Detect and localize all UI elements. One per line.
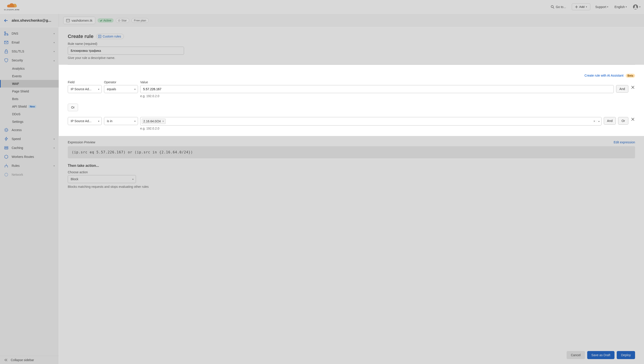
email-icon [4,40,9,45]
sidebar-item-analytics[interactable]: Analytics [12,65,59,72]
expression-preview-title: Expression Preview [68,140,95,144]
value-hint: e.g. 192.0.2.0 [140,94,614,98]
svg-marker-16 [5,137,8,141]
field-select[interactable]: IP Source Ad... [68,85,102,93]
dns-icon [4,31,9,36]
action-label: Choose action [68,170,635,174]
add-button[interactable]: Add ▾ [572,3,590,10]
svg-rect-18 [5,148,8,149]
user-menu[interactable]: ▾ [630,4,640,10]
remove-row-button[interactable] [630,85,635,90]
sidebar-item-network[interactable]: Network [0,170,59,179]
star-label: Star [121,19,127,22]
clear-all-icon[interactable]: ✕ [593,120,595,123]
sidebar-item-workers[interactable]: Workers Routes [0,152,59,161]
sidebar-item-bots[interactable]: Bots [12,95,59,103]
operator-select[interactable]: is in [104,117,138,125]
sidebar-label: Security [12,58,50,62]
action-section-title: Then take action... [68,164,635,168]
sidebar-label: Analytics [12,67,25,70]
sidebar-item-rules[interactable]: Rules ▾ [0,161,59,170]
chevron-down-icon: ▾ [54,164,55,167]
ai-assistant-link[interactable]: Create rule with AI Assistant [584,74,623,77]
page-title: Create rule [68,34,93,39]
chevron-down-icon: ▾ [54,147,55,149]
action-select[interactable]: Block [68,175,136,183]
sidebar-label: Bots [12,97,18,101]
svg-point-14 [5,129,7,131]
edit-expression-link[interactable]: Edit expression [613,140,635,144]
save-draft-button[interactable]: Save as Draft [587,351,615,359]
new-badge: New [28,105,36,108]
or-button[interactable]: Or [618,117,628,124]
sidebar-label: Events [12,74,22,78]
collapse-label: Collapse sidebar [11,358,34,362]
sidebar-item-api-shield[interactable]: API ShieldNew [12,103,59,110]
list-icon [98,35,101,38]
header-operator: Operator [104,80,138,85]
svg-rect-8 [7,34,8,35]
breadcrumb-chip[interactable]: Custom rules [96,34,124,39]
value-multiselect[interactable]: 2.16.64.0/24 ✕ ✕ ▾ [140,117,601,126]
sidebar-label: Caching [12,146,50,150]
cloudflare-logo[interactable]: CLOUDFLARE [4,3,20,11]
add-label: Add [579,5,584,8]
star-button[interactable]: Star [116,18,129,23]
beta-badge: Beta [626,74,635,78]
caret-down-icon: ▾ [626,6,627,8]
and-button[interactable]: And [616,85,628,93]
sidebar-label: Email [12,41,50,44]
expression-preview-code: (ip.src eq 5.57.226.167) or (ip.src in {… [68,146,635,158]
sidebar-item-ssl[interactable]: SSL/TLS ▾ [0,47,59,56]
support-link[interactable]: Support ▾ [592,5,611,9]
value-input[interactable] [140,85,614,93]
cancel-button[interactable]: Cancel [567,351,585,359]
sidebar-label: Page Shield [12,90,29,93]
caching-icon [4,146,9,150]
back-button[interactable] [3,18,10,24]
deploy-button[interactable]: Deploy [617,351,635,359]
sidebar-label: Network [12,173,55,176]
rule-name-hint: Give your rule a descriptive name. [68,56,635,60]
value-chip: 2.16.64.0/24 ✕ [142,118,166,124]
sidebar-label: DNS [12,32,50,35]
status-label: Active [103,19,111,22]
language-select[interactable]: English ▾ [611,5,630,9]
collapse-sidebar-button[interactable]: Collapse sidebar [0,356,59,364]
avatar-icon [633,4,638,10]
and-button[interactable]: And [604,117,616,124]
sidebar-item-speed[interactable]: Speed ▾ [0,134,59,143]
check-icon [100,19,102,22]
close-icon [631,86,634,89]
field-select[interactable]: IP Source Ad... [68,117,102,125]
sidebar-label: Settings [12,120,24,124]
or-button[interactable]: Or [68,104,78,111]
goto-search[interactable]: Go to... [549,4,568,10]
sidebar-item-security[interactable]: Security ▴ [0,56,59,65]
caret-down-icon[interactable]: ▾ [597,120,599,122]
breadcrumb-label: Custom rules [103,34,121,38]
sidebar-item-page-shield[interactable]: Page Shield [12,88,59,95]
sidebar-label: Speed [12,137,50,141]
language-label: English [614,5,625,9]
sidebar-item-settings[interactable]: Settings [12,118,59,126]
sidebar-item-waf[interactable]: WAF [0,80,59,88]
chip-remove-icon[interactable]: ✕ [162,120,164,123]
sidebar-item-dns[interactable]: DNS ▾ [0,29,59,38]
sidebar-item-access[interactable]: Access [0,126,59,134]
sidebar-item-events[interactable]: Events [12,72,59,80]
sidebar-item-ddos[interactable]: DDoS [12,110,59,118]
remove-row-button[interactable] [630,117,635,122]
rule-name-input[interactable] [68,47,184,55]
chip-label: 2.16.64.0/24 [143,120,161,123]
sidebar-item-caching[interactable]: Caching ▾ [0,143,59,152]
chevron-down-icon: ▾ [54,50,55,53]
account-email[interactable]: alex.shevchenko@g... [12,18,56,23]
zone-selector[interactable]: vashdomen.tk [63,17,95,24]
status-badge: Active [98,18,113,22]
browser-icon [66,19,70,22]
close-icon [631,118,634,121]
operator-select[interactable]: equals [104,85,138,93]
rule-name-label: Rule name (required) [68,42,635,46]
sidebar-item-email[interactable]: Email ▾ [0,38,59,47]
